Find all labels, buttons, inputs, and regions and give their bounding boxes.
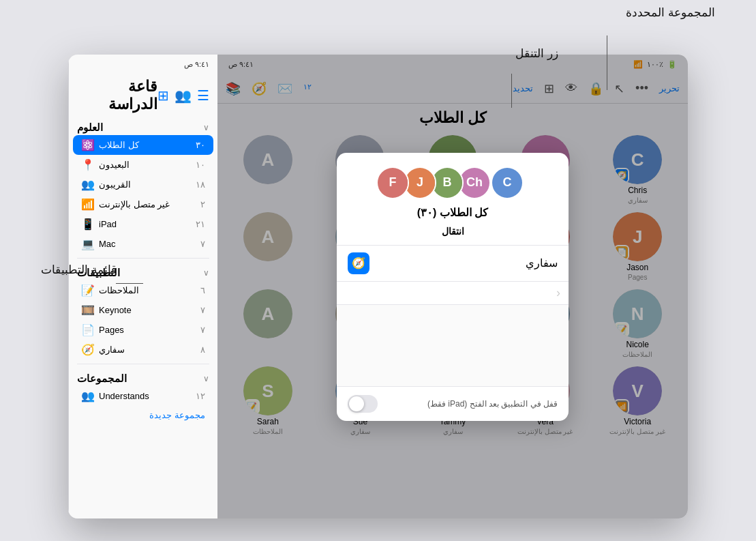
sidebar-icon-pages: 📄 <box>81 323 95 336</box>
sidebar-count-all: ٣٠ <box>196 140 205 150</box>
sidebar-header-icons: ☰ 👥 ⊞ <box>157 87 209 104</box>
sidebar-section-groups-title: المجموعات <box>77 372 127 385</box>
sidebar-label-safari: سفاري <box>99 345 125 355</box>
sidebar-item-left-distant: البعيدون 📍 <box>81 158 130 171</box>
sidebar-section-groups-header[interactable]: ∨ المجموعات <box>69 368 217 386</box>
sidebar-chevron-science[interactable]: ∨ <box>203 123 209 132</box>
sidebar-count-ipad: ٢١ <box>196 219 205 229</box>
sidebar-item-distant[interactable]: ١٠ البعيدون 📍 <box>73 155 213 175</box>
sidebar-item-notes[interactable]: ٦ الملاحظات 📝 <box>73 280 213 300</box>
sidebar-icon-ipad: 📱 <box>81 218 95 231</box>
sidebar-label-pages: Pages <box>99 325 124 335</box>
modal-title: كل الطلاب (٣٠) <box>417 206 489 219</box>
sidebar-section-apps-title: التطبيقات <box>77 267 120 279</box>
modal-app-icon: 🧭 <box>348 252 369 274</box>
annotation-selected-group: المجموعة المحددة <box>626 5 715 20</box>
sidebar-time: ٩:٤١ ص <box>184 60 209 69</box>
sidebar-label-notes: الملاحظات <box>99 285 139 295</box>
sidebar-label-keynote: Keynote <box>99 305 132 315</box>
modal-top: C Ch B J F <box>337 153 569 245</box>
sidebar-item-ipad[interactable]: ٢١ iPad 📱 <box>73 214 213 234</box>
modal-overlay[interactable]: C Ch B J F <box>217 55 688 518</box>
new-group-button[interactable]: مجموعة جديدة <box>69 406 217 424</box>
sidebar-item-left-safari: سفاري 🧭 <box>81 343 125 356</box>
sidebar-count-keynote: ٧ <box>200 305 205 315</box>
sidebar-section-science: ∨ العلوم ٣٠ كل الطلاب ⚛️ ١٠ البعيدون 📍 ١… <box>69 116 217 255</box>
sidebar-footer <box>69 426 217 518</box>
sidebar-statusbar: ٩:٤١ ص <box>69 55 217 74</box>
sidebar-count-pages: ٧ <box>200 325 205 335</box>
sidebar-item-left-nearby: القريبون 👥 <box>81 178 131 191</box>
sidebar-chevron-groups[interactable]: ∨ <box>203 374 209 383</box>
modal-lock-label: قفل في التطبيق بعد الفتح (iPad فقط) <box>378 399 558 409</box>
sidebar-icon-safari: 🧭 <box>81 343 95 356</box>
sidebar-item-pages[interactable]: ٧ Pages 📄 <box>73 320 213 340</box>
toggle-knob <box>349 396 364 411</box>
sidebar-item-left-all: كل الطلاب ⚛️ <box>81 138 139 151</box>
sidebar-item-understands[interactable]: ١٢ Understands 👥 <box>73 386 213 406</box>
modal-app-name: سفاري <box>526 257 558 269</box>
sidebar-icon-mac: 💻 <box>81 237 95 250</box>
modal-avatar-1: C <box>491 166 524 199</box>
sidebar-icon-notes: 📝 <box>81 284 95 297</box>
modal-nav-row[interactable]: ‹ <box>337 281 569 304</box>
sidebar-item-all-students[interactable]: ٣٠ كل الطلاب ⚛️ <box>73 135 213 155</box>
modal-avatars: C Ch B J F <box>382 166 524 199</box>
modal-avatar-5: F <box>376 166 409 199</box>
modal-card: C Ch B J F <box>337 153 569 421</box>
toggle-switch[interactable] <box>348 395 378 413</box>
modal-subtitle: انتقال <box>442 226 464 237</box>
sidebar-item-left-ipad: iPad 📱 <box>81 218 117 231</box>
sidebar-label-offline: غير متصل بالإنترنت <box>99 199 170 209</box>
sidebar-icon-understands: 👥 <box>81 390 95 403</box>
sidebar-label-mac: Mac <box>99 239 116 249</box>
sidebar-people-icon[interactable]: 👥 <box>175 87 192 104</box>
sidebar-section-apps: ∨ التطبيقات ٦ الملاحظات 📝 ٧ Keynote 🎞️ ٧ <box>69 261 217 361</box>
sidebar-item-mac[interactable]: ٧ Mac 💻 <box>73 234 213 254</box>
sidebar-item-left-notes: الملاحظات 📝 <box>81 284 139 297</box>
sidebar-header: ☰ 👥 ⊞ قاعة الدراسة <box>69 74 217 116</box>
sidebar-count-nearby: ١٨ <box>196 179 205 190</box>
sidebar: ٩:٤١ ص ☰ 👥 ⊞ قاعة الدراسة ∨ العلوم ٣٠ كل… <box>68 55 217 518</box>
sidebar-tablet-icon[interactable]: ⊞ <box>157 87 169 104</box>
sidebar-list-icon[interactable]: ☰ <box>197 87 209 104</box>
sidebar-count-distant: ١٠ <box>196 160 205 170</box>
sidebar-item-left-offline: غير متصل بالإنترنت 📶 <box>81 198 170 211</box>
sidebar-item-offline[interactable]: ٢ غير متصل بالإنترنت 📶 <box>73 194 213 214</box>
modal-lock-row: قفل في التطبيق بعد الفتح (iPad فقط) <box>337 386 569 421</box>
modal-nav-back[interactable]: ‹ <box>556 286 560 300</box>
sidebar-label-nearby: القريبون <box>99 179 131 190</box>
sidebar-label-distant: البعيدون <box>99 160 130 170</box>
sidebar-title: قاعة الدراسة <box>77 78 157 113</box>
sidebar-count-notes: ٦ <box>200 285 205 295</box>
sidebar-count-understands: ١٢ <box>196 391 205 401</box>
sidebar-chevron-apps[interactable]: ∨ <box>203 268 209 278</box>
sidebar-section-science-header[interactable]: ∨ العلوم <box>69 117 217 135</box>
sidebar-section-science-title: العلوم <box>77 121 103 134</box>
sidebar-item-left-pages: Pages 📄 <box>81 323 124 336</box>
sidebar-icon-offline: 📶 <box>81 198 95 211</box>
sidebar-icon-keynote: 🎞️ <box>81 304 95 317</box>
sidebar-section-groups: ∨ المجموعات ١٢ Understands 👥 مجموعة جديد… <box>69 367 217 426</box>
ipad-frame: 🔋 ٪١٠٠ 📶 ٩:٤١ ص تحرير ••• ↖ 🔒 👁 ⊞ تحديد … <box>217 55 688 518</box>
sidebar-item-keynote[interactable]: ٧ Keynote 🎞️ <box>73 300 213 320</box>
sidebar-count-offline: ٢ <box>200 199 205 209</box>
modal-content-area <box>337 304 569 386</box>
sidebar-label-understands: Understands <box>99 391 149 401</box>
sidebar-item-left-mac: Mac 💻 <box>81 237 116 250</box>
sidebar-divider-1 <box>77 258 209 259</box>
sidebar-icon-nearby: 👥 <box>81 178 95 191</box>
sidebar-section-apps-header[interactable]: ∨ التطبيقات <box>69 263 217 280</box>
sidebar-label-all: كل الطلاب <box>99 140 139 150</box>
sidebar-item-left-understands: Understands 👥 <box>81 390 149 403</box>
modal-app-row[interactable]: سفاري 🧭 <box>337 245 569 281</box>
main-window: 🔋 ٪١٠٠ 📶 ٩:٤١ ص تحرير ••• ↖ 🔒 👁 ⊞ تحديد … <box>68 55 688 518</box>
sidebar-count-mac: ٧ <box>200 239 205 249</box>
sidebar-icon-distant: 📍 <box>81 158 95 171</box>
sidebar-item-safari[interactable]: ٨ سفاري 🧭 <box>73 340 213 360</box>
sidebar-count-safari: ٨ <box>200 345 205 355</box>
sidebar-icon-all: ⚛️ <box>81 138 95 151</box>
sidebar-item-left-keynote: Keynote 🎞️ <box>81 304 132 317</box>
sidebar-item-nearby[interactable]: ١٨ القريبون 👥 <box>73 175 213 194</box>
sidebar-label-ipad: iPad <box>99 219 117 229</box>
